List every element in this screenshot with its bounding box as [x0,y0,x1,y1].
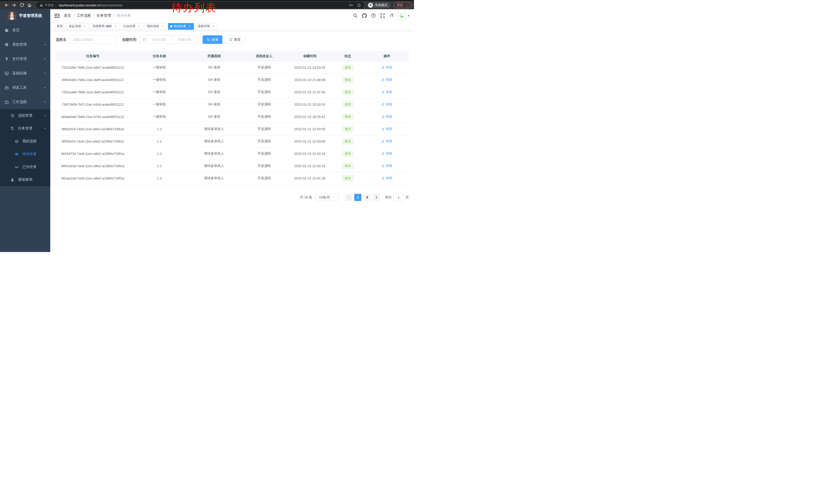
approve-link[interactable]: 审批 [381,114,392,119]
cell-task-id: 725a1eb6-7b88-11ec-8ef0-acde48001122 [56,86,130,98]
sidebar-item-9[interactable]: 待办任务 [0,148,50,161]
fullscreen-icon[interactable] [380,13,385,18]
key-icon[interactable] [349,3,353,7]
eye-icon [14,152,19,156]
security-label[interactable]: 不安全 [45,3,54,7]
approve-link[interactable]: 审批 [381,102,392,107]
chevron-down-icon [43,57,46,60]
breadcrumb-item-2[interactable]: 任务管理 [97,13,111,18]
next-page-button[interactable] [373,194,380,201]
sidebar-item-11[interactable]: 请假查询 [0,173,50,186]
bookmark-star-icon[interactable] [357,3,361,7]
sidebar-item-10[interactable]: 已办任务 [0,161,50,173]
browser-menu-icon[interactable]: ⋮ [406,3,409,7]
cell-task-name: 1.2 [130,123,189,135]
cell-task-id: 069c6a63-7b8a-11ec-8ef0-acde48001122 [56,74,130,86]
sidebar-item-2[interactable]: ¥支付管理 [0,52,50,66]
chevron-down-icon [43,86,46,89]
approve-link[interactable]: 审批 [381,78,392,82]
sidebar-item-8[interactable]: 我的流程 [0,135,50,148]
update-label: 更新 [397,3,403,7]
cell-starter: 芋道源码 [239,74,289,86]
cell-process: OA 请假 [189,98,239,110]
column-header-3: 流程发起人 [239,51,289,61]
page-button-1[interactable]: 1 [354,194,362,201]
chevron-up-icon [43,100,46,103]
status-badge: 激活 [342,138,354,144]
approve-link[interactable]: 审批 [381,176,392,180]
approve-link[interactable]: 审批 [381,164,392,168]
font-size-icon[interactable]: TT [389,13,394,18]
forward-icon[interactable] [10,2,18,8]
cell-task-name: 1.1 [130,160,189,172]
tab-close-icon[interactable]: × [161,25,164,28]
cell-starter: 芋道源码 [239,61,289,74]
column-header-0: 任务编号 [56,51,130,61]
sidebar-item-1[interactable]: 系统管理 [0,37,50,52]
status-badge: 激活 [342,163,354,169]
date-range-input[interactable]: 开始日期 - 结束日期 [140,35,199,44]
edit-icon [381,127,385,131]
address-bar[interactable]: 不安全 dashboard.yudao.iocoder.cn/bpm/task/… [36,2,364,8]
page-button-2[interactable]: 2 [364,194,371,201]
tab-label: 流程详情 [198,24,210,29]
app-logo[interactable]: 芋道管理系统 [0,9,50,22]
approve-link[interactable]: 审批 [381,151,392,156]
url-path: /bpm/task/todo [100,3,122,7]
github-icon[interactable] [362,13,367,18]
home-icon[interactable] [26,2,33,8]
cell-starter: 芋道源码 [239,160,289,172]
page-size-select[interactable]: 10条/页 [315,194,339,201]
update-button[interactable]: 更新 ⋮ [394,2,411,8]
cell-task-id: 75d72608-7b7f-11ec-a3c8-acde48001122 [56,98,130,110]
approve-link[interactable]: 审批 [381,65,392,70]
url-host: dashboard.yudao.iocoder.cn [59,3,100,7]
process-name-input[interactable] [70,35,116,44]
tab-close-icon[interactable]: × [137,25,141,28]
hamburger-icon[interactable] [54,13,59,18]
table-header-row: 任务编号任务名称所属流程流程发起人创建时间状态操作 [56,51,409,61]
cell-create-time: 2022-01-22 23:53:32 [289,61,330,74]
end-date-placeholder[interactable]: 结束日期 [173,37,197,42]
approve-link[interactable]: 审批 [381,139,392,144]
approve-link[interactable]: 审批 [381,90,392,94]
goto-page-input[interactable] [394,194,404,201]
tab-close-icon[interactable]: × [188,25,192,28]
reload-icon[interactable] [18,2,26,8]
table-row-1: 069c6a63-7b8a-11ec-8ef0-acde48001122一级审批… [56,74,409,86]
tab-2[interactable]: 流程表单-编辑× [90,23,120,30]
sidebar-item-7[interactable]: 任务管理 [0,122,50,135]
breadcrumb-item-0[interactable]: 首页 [64,13,71,18]
tab-3[interactable]: 已办任务× [121,23,143,30]
tab-5[interactable]: 待办任务× [168,23,194,30]
tab-0[interactable]: 首页 [54,23,65,30]
start-date-placeholder[interactable]: 开始日期 [147,37,171,42]
user-avatar[interactable]: ▼ [398,12,410,20]
sidebar-item-6[interactable]: 流程管理 [0,109,50,122]
cell-starter: 芋道源码 [239,135,289,147]
browser-toolbar: 不安全 dashboard.yudao.iocoder.cn/bpm/task/… [0,1,414,9]
search-icon[interactable] [353,13,358,18]
cell-starter: 芋道源码 [239,110,289,123]
yen-icon: ¥ [4,57,9,61]
sidebar-item-0[interactable]: 首页 [0,23,50,37]
tab-close-icon[interactable]: × [83,25,86,28]
reset-button[interactable]: 重置 [225,35,245,44]
task-table: 任务编号任务名称所属流程流程发起人创建时间状态操作 73211d9d-7b9b-… [56,51,409,185]
back-icon[interactable] [3,2,10,8]
sidebar-item-4[interactable]: 研发工具 [0,81,50,95]
tab-6[interactable]: 流程详情× [195,23,217,30]
breadcrumb-item-1[interactable]: 工作流程 [77,13,91,18]
sidebar-item-5[interactable]: 工作流程 [0,95,50,109]
search-button[interactable]: 搜索 [203,35,222,44]
prev-page-button[interactable] [345,194,352,201]
approve-link[interactable]: 审批 [381,127,392,131]
tab-4[interactable]: 我的流程× [144,23,167,30]
table-row-6: 8f059c03-7ac8-11ec-a9e2-a2380e71991a1.1测… [56,135,409,147]
help-icon[interactable] [371,13,376,18]
tab-close-icon[interactable]: × [114,25,117,28]
sidebar-item-3[interactable]: 基础设施 [0,66,50,81]
tab-1[interactable]: 发起流程× [67,23,89,30]
tab-label: 首页 [57,24,63,29]
tab-close-icon[interactable]: × [212,25,215,28]
